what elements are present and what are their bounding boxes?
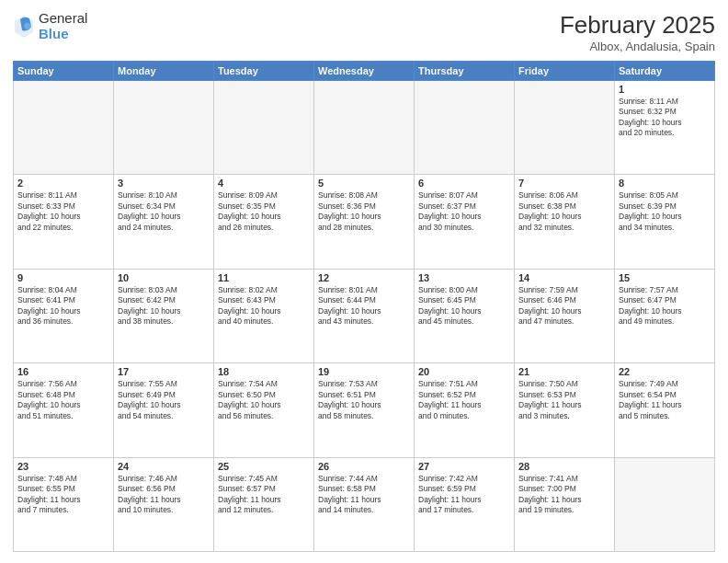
calendar-cell: 21Sunrise: 7:50 AM Sunset: 6:53 PM Dayli… (515, 363, 615, 457)
day-number: 26 (318, 461, 410, 472)
calendar-cell (214, 81, 314, 175)
day-number: 7 (518, 178, 610, 189)
page: General Blue February 2025 Albox, Andalu… (0, 0, 728, 563)
day-info: Sunrise: 7:53 AM Sunset: 6:51 PM Dayligh… (318, 379, 410, 421)
calendar-cell: 11Sunrise: 8:02 AM Sunset: 6:43 PM Dayli… (214, 269, 314, 362)
calendar-cell: 13Sunrise: 8:00 AM Sunset: 6:45 PM Dayli… (415, 269, 515, 362)
day-number: 20 (418, 366, 510, 377)
day-info: Sunrise: 8:03 AM Sunset: 6:42 PM Dayligh… (118, 285, 210, 327)
day-number: 24 (118, 461, 210, 472)
calendar-cell: 14Sunrise: 7:59 AM Sunset: 6:46 PM Dayli… (515, 269, 615, 362)
day-number: 6 (418, 178, 510, 189)
calendar-cell: 26Sunrise: 7:44 AM Sunset: 6:58 PM Dayli… (314, 457, 415, 551)
day-number: 8 (619, 178, 711, 189)
day-info: Sunrise: 7:48 AM Sunset: 6:55 PM Dayligh… (17, 474, 109, 516)
logo-icon (13, 14, 35, 40)
calendar-cell (615, 457, 715, 551)
day-info: Sunrise: 7:56 AM Sunset: 6:48 PM Dayligh… (17, 379, 109, 421)
day-number: 13 (418, 272, 510, 283)
day-info: Sunrise: 7:51 AM Sunset: 6:52 PM Dayligh… (418, 379, 510, 421)
calendar-cell: 2Sunrise: 8:11 AM Sunset: 6:33 PM Daylig… (14, 175, 114, 269)
calendar-cell: 25Sunrise: 7:45 AM Sunset: 6:57 PM Dayli… (214, 457, 314, 551)
day-info: Sunrise: 8:04 AM Sunset: 6:41 PM Dayligh… (17, 285, 109, 327)
calendar-cell: 27Sunrise: 7:42 AM Sunset: 6:59 PM Dayli… (415, 457, 515, 551)
day-number: 14 (518, 272, 610, 283)
day-info: Sunrise: 8:11 AM Sunset: 6:32 PM Dayligh… (619, 97, 711, 139)
day-info: Sunrise: 7:57 AM Sunset: 6:47 PM Dayligh… (619, 285, 711, 327)
logo-text: General Blue (39, 11, 87, 41)
day-info: Sunrise: 8:10 AM Sunset: 6:34 PM Dayligh… (118, 190, 210, 233)
day-info: Sunrise: 8:07 AM Sunset: 6:37 PM Dayligh… (418, 190, 510, 233)
header-sunday: Sunday (14, 62, 114, 81)
calendar-cell: 15Sunrise: 7:57 AM Sunset: 6:47 PM Dayli… (615, 269, 715, 362)
day-number: 1 (619, 84, 711, 95)
calendar-table: SundayMondayTuesdayWednesdayThursdayFrid… (13, 61, 715, 552)
calendar-cell: 4Sunrise: 8:09 AM Sunset: 6:35 PM Daylig… (214, 175, 314, 269)
day-info: Sunrise: 8:05 AM Sunset: 6:39 PM Dayligh… (619, 190, 711, 233)
day-info: Sunrise: 8:02 AM Sunset: 6:43 PM Dayligh… (218, 285, 310, 327)
day-number: 28 (518, 461, 610, 472)
logo-general-text: General (39, 11, 87, 27)
day-info: Sunrise: 8:01 AM Sunset: 6:44 PM Dayligh… (318, 285, 410, 327)
day-info: Sunrise: 8:06 AM Sunset: 6:38 PM Dayligh… (518, 190, 610, 233)
week-row-2: 9Sunrise: 8:04 AM Sunset: 6:41 PM Daylig… (14, 269, 715, 362)
calendar-cell: 1Sunrise: 8:11 AM Sunset: 6:32 PM Daylig… (615, 81, 715, 175)
day-number: 18 (218, 366, 310, 377)
header-friday: Friday (515, 62, 615, 81)
week-row-4: 23Sunrise: 7:48 AM Sunset: 6:55 PM Dayli… (14, 457, 715, 551)
logo: General Blue (13, 11, 87, 41)
day-info: Sunrise: 7:49 AM Sunset: 6:54 PM Dayligh… (619, 379, 711, 421)
calendar-cell: 5Sunrise: 8:08 AM Sunset: 6:36 PM Daylig… (314, 175, 415, 269)
calendar-cell: 7Sunrise: 8:06 AM Sunset: 6:38 PM Daylig… (515, 175, 615, 269)
week-row-0: 1Sunrise: 8:11 AM Sunset: 6:32 PM Daylig… (14, 81, 715, 175)
day-number: 16 (17, 366, 109, 377)
title-block: February 2025 Albox, Andalusia, Spain (560, 11, 715, 53)
calendar-cell: 23Sunrise: 7:48 AM Sunset: 6:55 PM Dayli… (14, 457, 114, 551)
month-title: February 2025 (560, 11, 715, 40)
day-number: 19 (318, 366, 410, 377)
calendar-cell: 28Sunrise: 7:41 AM Sunset: 7:00 PM Dayli… (515, 457, 615, 551)
day-info: Sunrise: 7:42 AM Sunset: 6:59 PM Dayligh… (418, 474, 510, 516)
header: General Blue February 2025 Albox, Andalu… (13, 11, 715, 53)
calendar-cell: 24Sunrise: 7:46 AM Sunset: 6:56 PM Dayli… (114, 457, 214, 551)
day-number: 2 (17, 178, 109, 189)
header-wednesday: Wednesday (314, 62, 415, 81)
day-info: Sunrise: 8:09 AM Sunset: 6:35 PM Dayligh… (218, 190, 310, 233)
day-info: Sunrise: 7:46 AM Sunset: 6:56 PM Dayligh… (118, 474, 210, 516)
calendar-cell (415, 81, 515, 175)
day-number: 4 (218, 178, 310, 189)
calendar-cell: 19Sunrise: 7:53 AM Sunset: 6:51 PM Dayli… (314, 363, 415, 457)
day-number: 17 (118, 366, 210, 377)
header-thursday: Thursday (415, 62, 515, 81)
calendar-cell: 22Sunrise: 7:49 AM Sunset: 6:54 PM Dayli… (615, 363, 715, 457)
calendar-cell: 20Sunrise: 7:51 AM Sunset: 6:52 PM Dayli… (415, 363, 515, 457)
calendar-cell (515, 81, 615, 175)
calendar-cell: 6Sunrise: 8:07 AM Sunset: 6:37 PM Daylig… (415, 175, 515, 269)
day-info: Sunrise: 7:41 AM Sunset: 7:00 PM Dayligh… (518, 474, 610, 516)
day-number: 27 (418, 461, 510, 472)
calendar-cell: 17Sunrise: 7:55 AM Sunset: 6:49 PM Dayli… (114, 363, 214, 457)
day-info: Sunrise: 7:55 AM Sunset: 6:49 PM Dayligh… (118, 379, 210, 421)
header-tuesday: Tuesday (214, 62, 314, 81)
calendar-cell: 18Sunrise: 7:54 AM Sunset: 6:50 PM Dayli… (214, 363, 314, 457)
day-number: 25 (218, 461, 310, 472)
day-info: Sunrise: 7:54 AM Sunset: 6:50 PM Dayligh… (218, 379, 310, 421)
calendar-cell (314, 81, 415, 175)
day-info: Sunrise: 8:11 AM Sunset: 6:33 PM Dayligh… (17, 190, 109, 233)
calendar-cell: 10Sunrise: 8:03 AM Sunset: 6:42 PM Dayli… (114, 269, 214, 362)
day-number: 3 (118, 178, 210, 189)
day-number: 9 (17, 272, 109, 283)
day-info: Sunrise: 7:45 AM Sunset: 6:57 PM Dayligh… (218, 474, 310, 516)
day-number: 22 (619, 366, 711, 377)
calendar-cell (14, 81, 114, 175)
day-number: 12 (318, 272, 410, 283)
logo-blue-text: Blue (39, 27, 87, 42)
day-info: Sunrise: 8:00 AM Sunset: 6:45 PM Dayligh… (418, 285, 510, 327)
day-number: 15 (619, 272, 711, 283)
day-info: Sunrise: 7:59 AM Sunset: 6:46 PM Dayligh… (518, 285, 610, 327)
header-saturday: Saturday (615, 62, 715, 81)
day-number: 11 (218, 272, 310, 283)
calendar-cell: 9Sunrise: 8:04 AM Sunset: 6:41 PM Daylig… (14, 269, 114, 362)
day-number: 21 (518, 366, 610, 377)
day-number: 10 (118, 272, 210, 283)
